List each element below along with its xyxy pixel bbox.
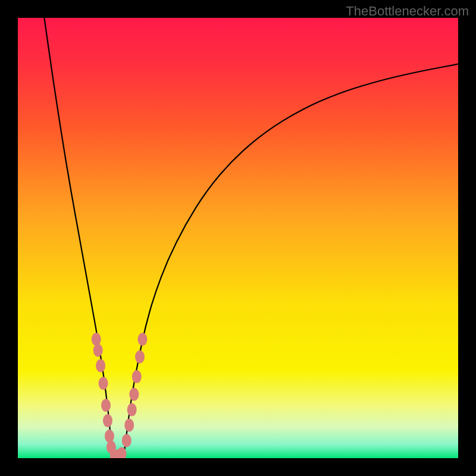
data-point-marker bbox=[124, 419, 134, 432]
data-point-marker bbox=[135, 350, 145, 364]
data-point-marker bbox=[122, 434, 131, 447]
chart-curves bbox=[18, 18, 458, 458]
curve-right-branch bbox=[124, 64, 458, 458]
watermark-text: TheBottlenecker.com bbox=[346, 4, 469, 19]
data-point-marker bbox=[96, 359, 105, 372]
data-point-marker bbox=[137, 333, 147, 346]
data-point-marker bbox=[93, 344, 103, 357]
data-point-marker bbox=[99, 377, 108, 390]
data-point-marker bbox=[105, 430, 114, 443]
curve-left-branch bbox=[44, 18, 112, 458]
data-point-marker bbox=[132, 370, 142, 383]
data-point-marker bbox=[92, 333, 101, 346]
chart-plot-area bbox=[18, 18, 458, 458]
data-point-marker bbox=[127, 403, 137, 416]
data-point-marker bbox=[101, 399, 111, 412]
data-point-marker bbox=[129, 388, 139, 401]
data-point-marker bbox=[103, 414, 112, 427]
data-point-markers bbox=[92, 333, 148, 458]
